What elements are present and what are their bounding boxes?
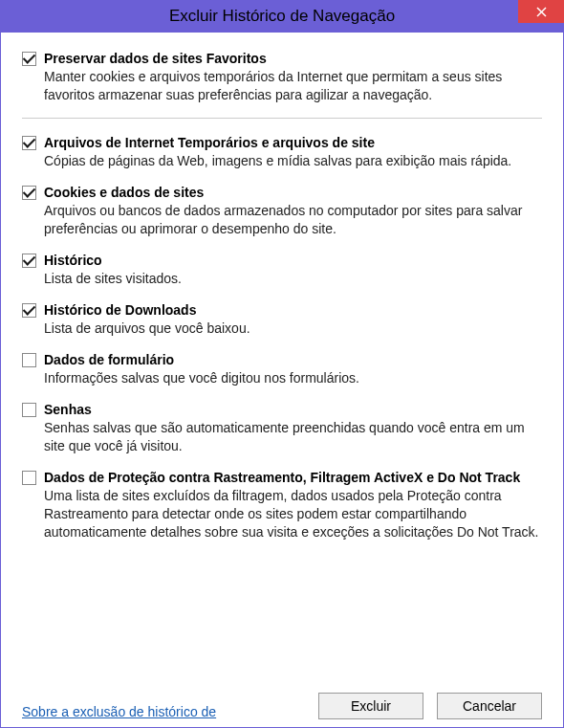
- option-title: Cookies e dados de sites: [44, 184, 542, 201]
- option-favorites: Preservar dados de sites Favoritos Mante…: [22, 50, 542, 104]
- option-text: Histórico Lista de sites visitados.: [44, 252, 542, 288]
- option-title: Dados de Proteção contra Rastreamento, F…: [44, 469, 542, 486]
- divider: [22, 118, 542, 119]
- checkbox-downloads[interactable]: [22, 303, 36, 318]
- option-title: Arquivos de Internet Temporários e arqui…: [44, 134, 542, 151]
- option-history: Histórico Lista de sites visitados.: [22, 252, 542, 288]
- option-desc: Arquivos ou bancos de dados armazenados …: [44, 202, 542, 238]
- option-temp-files: Arquivos de Internet Temporários e arqui…: [22, 134, 542, 170]
- cancel-button[interactable]: Cancelar: [437, 693, 542, 719]
- option-desc: Lista de sites visitados.: [44, 270, 542, 288]
- checkbox-cookies[interactable]: [22, 186, 36, 200]
- titlebar: Excluir Histórico de Navegação: [0, 0, 564, 33]
- option-title: Histórico de Downloads: [44, 301, 542, 319]
- checkbox-form-data[interactable]: [22, 353, 36, 367]
- option-desc: Senhas salvas que são automaticamente pr…: [44, 419, 542, 455]
- option-form-data: Dados de formulário Informações salvas q…: [22, 351, 542, 387]
- window-title: Excluir Histórico de Navegação: [169, 7, 395, 26]
- checkbox-favorites[interactable]: [22, 52, 36, 66]
- option-title: Senhas: [44, 401, 542, 418]
- option-downloads: Histórico de Downloads Lista de arquivos…: [22, 301, 542, 338]
- option-title: Preservar dados de sites Favoritos: [44, 50, 542, 67]
- option-title: Histórico: [44, 252, 542, 269]
- option-text: Preservar dados de sites Favoritos Mante…: [44, 50, 542, 104]
- help-link[interactable]: Sobre a exclusão de histórico de: [22, 704, 216, 719]
- option-desc: Cópias de páginas da Web, imagens e mídi…: [44, 152, 542, 170]
- option-tracking: Dados de Proteção contra Rastreamento, F…: [22, 469, 542, 541]
- dialog-content: Preservar dados de sites Favoritos Mante…: [0, 33, 564, 728]
- option-text: Cookies e dados de sites Arquivos ou ban…: [44, 184, 542, 238]
- checkbox-temp-files[interactable]: [22, 136, 36, 150]
- button-group: Excluir Cancelar: [318, 693, 542, 719]
- option-desc: Uma lista de sites excluídos da filtrage…: [44, 487, 542, 541]
- option-text: Arquivos de Internet Temporários e arqui…: [44, 134, 542, 170]
- checkbox-passwords[interactable]: [22, 403, 36, 417]
- option-desc: Manter cookies e arquivos temporários da…: [44, 68, 542, 104]
- option-text: Senhas Senhas salvas que são automaticam…: [44, 401, 542, 455]
- dialog-footer: Sobre a exclusão de histórico de Excluir…: [1, 693, 563, 727]
- option-cookies: Cookies e dados de sites Arquivos ou ban…: [22, 184, 542, 238]
- checkbox-tracking[interactable]: [22, 471, 36, 485]
- option-text: Dados de Proteção contra Rastreamento, F…: [44, 469, 542, 541]
- delete-button[interactable]: Excluir: [318, 693, 423, 719]
- checkbox-history[interactable]: [22, 254, 36, 268]
- close-button[interactable]: [518, 0, 564, 23]
- option-title: Dados de formulário: [44, 351, 542, 368]
- option-text: Dados de formulário Informações salvas q…: [44, 351, 542, 387]
- option-desc: Informações salvas que você digitou nos …: [44, 369, 542, 387]
- option-passwords: Senhas Senhas salvas que são automaticam…: [22, 401, 542, 455]
- close-icon: [536, 7, 547, 17]
- option-desc: Lista de arquivos que você baixou.: [44, 320, 542, 338]
- option-text: Histórico de Downloads Lista de arquivos…: [44, 301, 542, 338]
